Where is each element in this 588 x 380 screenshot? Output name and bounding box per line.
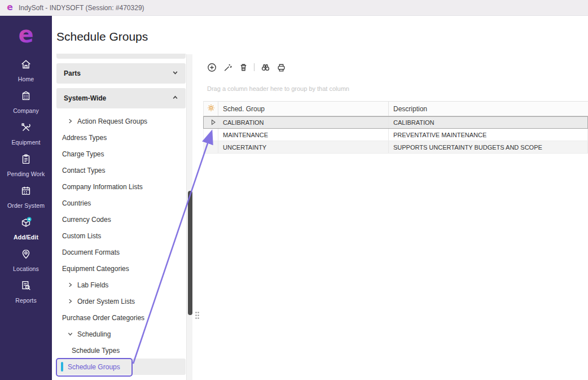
sidebar-item-order-system[interactable]: Order System bbox=[0, 181, 52, 212]
sidebar-item-label: Home bbox=[18, 76, 34, 82]
row-indicator bbox=[204, 141, 218, 153]
table-row[interactable]: CALIBRATION CALIBRATION bbox=[203, 116, 588, 129]
order-system-icon bbox=[20, 185, 32, 199]
grid-customize-header[interactable] bbox=[204, 102, 218, 116]
nav-items-list: Action Request Groups Address Types Char… bbox=[56, 113, 186, 375]
column-header-sched-group[interactable]: Sched. Group bbox=[218, 102, 389, 116]
nav-item-contact-types[interactable]: Contact Types bbox=[56, 162, 186, 178]
nav-item-schedule-groups[interactable]: Schedule Groups bbox=[56, 359, 186, 375]
nav-item-document-formats[interactable]: Document Formats bbox=[56, 244, 186, 260]
nav-item-purchase-order-categories[interactable]: Purchase Order Categories bbox=[56, 309, 186, 326]
nav-item-lab-fields[interactable]: Lab Fields bbox=[56, 277, 186, 293]
find-icon[interactable] bbox=[260, 62, 270, 72]
sidebar-item-locations[interactable]: Locations bbox=[0, 244, 52, 276]
sidebar-item-home[interactable]: Home bbox=[0, 54, 52, 86]
sun-icon bbox=[207, 104, 215, 113]
nav-panel: Parts System-Wide Action Request Groups … bbox=[56, 54, 186, 375]
grid-toolbar bbox=[207, 62, 286, 72]
schedule-groups-grid: Sched. Group Description CALIBRATION CAL… bbox=[203, 101, 588, 154]
company-icon bbox=[20, 90, 32, 104]
cell-sched-group[interactable]: MAINTENANCE bbox=[218, 129, 389, 141]
table-row[interactable]: MAINTENANCE PREVENTATIVE MAINTENANCE bbox=[203, 129, 588, 141]
sidebar-item-company[interactable]: Company bbox=[0, 86, 52, 117]
group-by-hint[interactable]: Drag a column header here to group by th… bbox=[207, 85, 349, 92]
cell-description[interactable]: PREVENTATIVE MAINTENANCE bbox=[389, 129, 588, 141]
cell-description[interactable]: CALIBRATION bbox=[389, 116, 588, 128]
app-window: e IndySoft - INDYSOFT (Session: #470329)… bbox=[0, 0, 588, 380]
row-indicator bbox=[204, 116, 218, 128]
window-title: IndySoft - INDYSOFT (Session: #470329) bbox=[19, 4, 144, 12]
locations-icon bbox=[20, 248, 32, 263]
sidebar-item-add-edit[interactable]: Add/Edit bbox=[0, 212, 52, 244]
nav-section-parts[interactable]: Parts bbox=[56, 63, 186, 84]
nav-item-countries[interactable]: Countries bbox=[56, 195, 186, 211]
row-indicator bbox=[204, 129, 218, 141]
nav-section-label: System-Wide bbox=[64, 94, 106, 102]
add-record-icon[interactable] bbox=[207, 62, 217, 72]
magic-wand-icon[interactable] bbox=[222, 62, 232, 72]
cell-sched-group[interactable]: UNCERTAINTY bbox=[218, 141, 389, 153]
sidebar-item-label: Reports bbox=[15, 297, 36, 304]
sidebar-item-label: Locations bbox=[13, 265, 39, 272]
sidebar-item-label: Pending Work bbox=[7, 171, 45, 177]
sidebar: e Home Company bbox=[0, 16, 52, 380]
chevron-right-icon bbox=[68, 281, 73, 289]
nav-section-system-wide[interactable]: System-Wide bbox=[56, 88, 186, 108]
toolbar-separator bbox=[254, 63, 254, 71]
sidebar-item-label: Order System bbox=[7, 202, 45, 209]
chevron-up-icon bbox=[172, 94, 178, 102]
sidebar-item-label: Company bbox=[13, 107, 39, 114]
column-header-description[interactable]: Description bbox=[389, 102, 588, 116]
sidebar-item-equipment[interactable]: Equipment bbox=[0, 117, 52, 149]
print-icon[interactable] bbox=[276, 62, 286, 72]
nav-item-action-request-groups[interactable]: Action Request Groups bbox=[56, 113, 186, 129]
pending-work-icon bbox=[20, 153, 32, 168]
current-row-triangle-icon bbox=[210, 119, 216, 125]
chevron-right-icon bbox=[68, 117, 73, 125]
sidebar-item-label: Equipment bbox=[11, 139, 40, 146]
nav-item-schedule-types[interactable]: Schedule Types bbox=[56, 342, 186, 359]
app-logo-icon: e bbox=[5, 3, 15, 12]
nav-item-equipment-categories[interactable]: Equipment Categories bbox=[56, 260, 186, 277]
svg-text:e: e bbox=[7, 3, 13, 12]
nav-item-order-system-lists[interactable]: Order System Lists bbox=[56, 293, 186, 309]
delete-icon[interactable] bbox=[238, 62, 248, 72]
chevron-right-icon bbox=[68, 298, 73, 305]
grid-header-row: Sched. Group Description bbox=[203, 101, 588, 116]
nav-item-address-types[interactable]: Address Types bbox=[56, 129, 186, 146]
chevron-down-icon bbox=[68, 330, 73, 338]
cell-sched-group[interactable]: CALIBRATION bbox=[218, 116, 389, 128]
nav-item-scheduling[interactable]: Scheduling bbox=[56, 326, 186, 342]
sidebar-item-pending-work[interactable]: Pending Work bbox=[0, 149, 52, 181]
svg-text:e: e bbox=[18, 23, 33, 47]
reports-icon bbox=[20, 279, 32, 294]
sidebar-item-reports[interactable]: Reports bbox=[0, 276, 52, 307]
page-title: Schedule Groups bbox=[56, 30, 148, 43]
chevron-down-icon bbox=[172, 69, 178, 77]
nav-section-label: Parts bbox=[64, 69, 81, 77]
sidebar-item-label: Add/Edit bbox=[14, 234, 38, 241]
equipment-icon bbox=[20, 121, 32, 136]
add-edit-icon bbox=[20, 216, 32, 231]
nav-item-charge-types[interactable]: Charge Types bbox=[56, 146, 186, 162]
nav-scrollbar-thumb[interactable] bbox=[188, 191, 192, 315]
nav-partial-item bbox=[56, 54, 186, 59]
selection-bar bbox=[61, 362, 63, 372]
titlebar: e IndySoft - INDYSOFT (Session: #470329) bbox=[0, 0, 588, 16]
nav-scrollbar[interactable] bbox=[186, 54, 192, 380]
nav-item-currency-codes[interactable]: Currency Codes bbox=[56, 211, 186, 228]
panel-splitter-handle[interactable] bbox=[195, 311, 200, 322]
cell-description[interactable]: SUPPORTS UNCERTAINTY BUDGETS AND SCOPE bbox=[389, 141, 588, 153]
table-row[interactable]: UNCERTAINTY SUPPORTS UNCERTAINTY BUDGETS… bbox=[203, 141, 588, 154]
nav-item-company-information-lists[interactable]: Company Information Lists bbox=[56, 178, 186, 195]
nav-item-custom-lists[interactable]: Custom Lists bbox=[56, 228, 186, 244]
indysoft-logo-icon[interactable]: e bbox=[14, 23, 38, 50]
home-icon bbox=[20, 58, 32, 73]
